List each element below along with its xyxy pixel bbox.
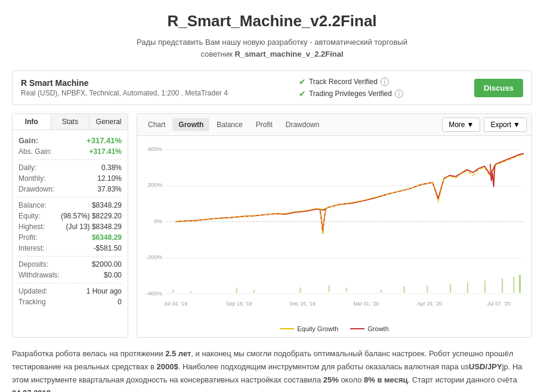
bottom-text-part5: около <box>339 375 364 384</box>
chart-tab-balance[interactable]: Balance <box>211 118 248 131</box>
stat-equity: Equity: (98.57%) $8229.20 <box>18 212 122 220</box>
info-icon-1[interactable]: i <box>381 78 389 86</box>
left-panel: Info Stats General Gain: +317.41% Abs. G… <box>12 113 128 338</box>
main-content: Info Stats General Gain: +317.41% Abs. G… <box>12 113 532 338</box>
tab-stats[interactable]: Stats <box>51 114 90 129</box>
stat-monthly-value: 12.10% <box>97 174 122 183</box>
svg-rect-26 <box>426 285 428 293</box>
svg-rect-32 <box>519 275 521 293</box>
svg-rect-25 <box>404 286 405 293</box>
left-tabs-nav: Info Stats General <box>13 114 128 130</box>
divider-1 <box>18 159 122 160</box>
svg-rect-17 <box>173 290 174 293</box>
bottom-text-bold5: 8% в месяц <box>364 375 408 384</box>
stat-deposits-value: $2000.00 <box>92 260 122 268</box>
stat-drawdown-label: Drawdown: <box>18 185 54 193</box>
page-subtitle: Рады представить Вам нашу новую разработ… <box>12 36 532 60</box>
stat-interest: Interest: -$581.50 <box>18 244 122 252</box>
svg-rect-23 <box>346 288 347 292</box>
svg-rect-28 <box>467 282 468 292</box>
stat-updated-label: Updated: <box>18 287 48 295</box>
legend-equity-growth: Equity Growth <box>280 325 338 332</box>
stat-withdrawals-label: Withdrawals: <box>18 271 60 279</box>
stat-updated: Updated: 1 Hour ago <box>18 287 122 295</box>
svg-text:Jul 04, '19: Jul 04, '19 <box>164 301 187 307</box>
svg-rect-29 <box>484 280 486 292</box>
stat-abs-gain: Abs. Gain: +317.41% <box>18 147 122 156</box>
badge-track-label: Track Record Verified <box>309 78 378 86</box>
bottom-text-part1: Разработка робота велась на протяжении <box>12 349 165 358</box>
stat-equity-label: Equity: <box>18 212 41 220</box>
account-name: R Smart Machine <box>21 78 228 88</box>
stat-monthly-label: Monthly: <box>18 174 45 183</box>
chart-tab-profit[interactable]: Profit <box>250 118 279 131</box>
discuss-button[interactable]: Discuss <box>474 79 523 97</box>
stat-interest-label: Interest: <box>18 244 44 252</box>
stat-updated-value: 1 Hour ago <box>86 287 122 295</box>
bottom-text-bold4: 25% <box>323 375 339 384</box>
badge-track-record: ✔ Track Record Verified i <box>299 77 403 87</box>
svg-text:-400%: -400% <box>146 290 162 297</box>
bottom-text-bold3: USD/JPY <box>469 362 502 371</box>
tab-info[interactable]: Info <box>13 114 51 129</box>
stat-daily-value: 0.38% <box>101 163 122 172</box>
stat-equity-value: (98.57%) $8229.20 <box>61 212 122 220</box>
bottom-text-part3: . Наиболее подходящим инструментом для р… <box>178 362 469 371</box>
svg-rect-18 <box>190 291 191 293</box>
stat-withdrawals: Withdrawals: $0.00 <box>18 271 122 279</box>
equity-growth-line-icon <box>280 328 294 329</box>
stat-daily-label: Daily: <box>18 163 36 172</box>
svg-rect-0 <box>144 141 525 320</box>
chart-tab-drawdown[interactable]: Drawdown <box>280 118 326 131</box>
stat-profit: Profit: $6348.29 <box>18 233 122 242</box>
legend-equity-growth-label: Equity Growth <box>297 325 338 332</box>
bottom-text-bold1: 2.5 лет <box>165 349 191 358</box>
growth-line-icon <box>350 328 364 329</box>
stat-balance-value: $8348.29 <box>92 201 122 209</box>
stat-daily: Daily: 0.38% <box>18 163 122 172</box>
bottom-description: Разработка робота велась на протяжении 2… <box>12 347 532 392</box>
legend-growth-label: Growth <box>367 325 388 332</box>
svg-rect-21 <box>299 288 301 293</box>
chart-area: 400% 200% 0% -200% -400% Jul 04, '19 <box>137 136 531 337</box>
divider-4 <box>18 283 122 283</box>
info-icon-2[interactable]: i <box>395 89 403 98</box>
svg-rect-31 <box>514 276 515 292</box>
export-chevron-icon: ▼ <box>513 121 520 129</box>
export-label: Export <box>490 121 511 129</box>
stat-balance-label: Balance: <box>18 201 47 209</box>
stat-deposits: Deposits: $2000.00 <box>18 260 122 268</box>
check-icon-1: ✔ <box>299 77 306 87</box>
svg-text:200%: 200% <box>147 181 162 188</box>
stat-profit-value: $6348.29 <box>92 233 122 242</box>
chart-actions: More ▼ Export ▼ <box>442 118 527 132</box>
stat-gain: Gain: +317.41% <box>18 136 122 145</box>
stat-profit-label: Profit: <box>18 233 37 242</box>
bottom-text-bold6: 04.07.2019 <box>12 388 51 392</box>
stat-monthly: Monthly: 12.10% <box>18 174 122 183</box>
tab-general[interactable]: General <box>89 114 128 129</box>
divider-2 <box>18 197 122 197</box>
stat-abs-gain-label: Abs. Gain: <box>18 147 52 156</box>
chart-tab-chart[interactable]: Chart <box>142 118 171 131</box>
svg-rect-24 <box>381 290 382 293</box>
export-button[interactable]: Export ▼ <box>484 118 527 132</box>
more-chevron-icon: ▼ <box>467 121 474 129</box>
badge-privileges-label: Trading Privileges Verified <box>309 89 392 98</box>
badge-trading-privileges: ✔ Trading Privileges Verified i <box>299 89 403 98</box>
stat-gain-label: Gain: <box>18 136 38 145</box>
stat-highest-label: Highest: <box>18 223 45 231</box>
bottom-text-part6: . Старт истории данного счёта <box>407 375 517 384</box>
stat-drawdown-value: 37.83% <box>97 185 122 193</box>
check-icon-2: ✔ <box>299 89 306 98</box>
svg-rect-27 <box>450 284 451 293</box>
more-button[interactable]: More ▼ <box>442 118 480 132</box>
stat-abs-gain-value: +317.41% <box>89 147 122 156</box>
chart-tab-growth[interactable]: Growth <box>172 118 209 131</box>
chart-svg: 400% 200% 0% -200% -400% Jul 04, '19 <box>142 141 527 320</box>
svg-text:0%: 0% <box>154 218 162 224</box>
chart-tabs-bar: Chart Growth Balance Profit Drawdown Mor… <box>137 114 531 136</box>
svg-rect-30 <box>502 278 503 292</box>
page-title: R_Smart_Machine_v2.2Final <box>12 12 532 30</box>
stat-tracking-label: Tracking <box>18 298 46 306</box>
